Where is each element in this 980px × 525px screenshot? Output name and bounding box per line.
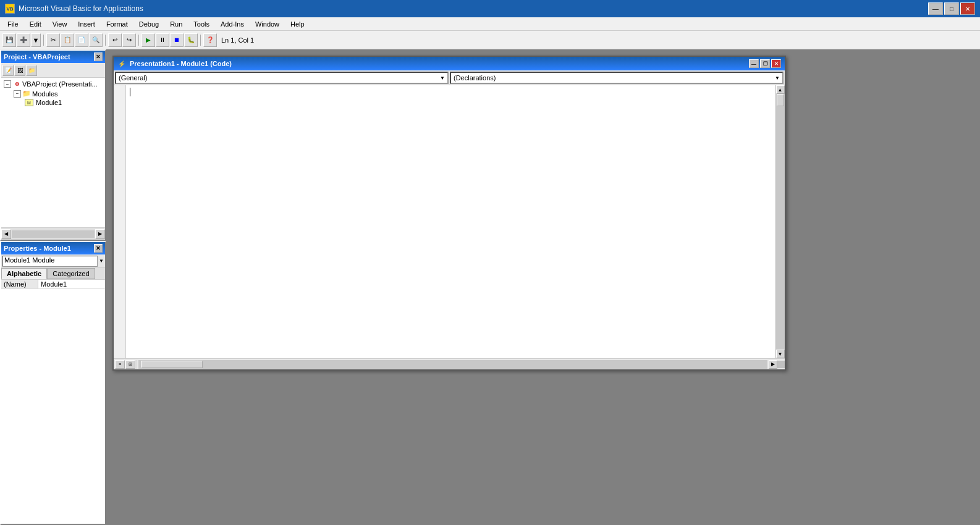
project-panel-close[interactable]: ✕ (94, 52, 103, 61)
status-position: Ln 1, Col 1 (221, 36, 254, 44)
code-dropdowns: (General) ▼ (Declarations) ▼ (114, 70, 785, 85)
tab-categorized[interactable]: Categorized (47, 268, 95, 279)
hscroll-right[interactable]: ▶ (95, 229, 105, 239)
main-area: Project - VBAProject ✕ 📝 🖼 📁 − ⚙ VBAProj… (0, 49, 980, 525)
menu-format[interactable]: Format (101, 19, 133, 29)
view-module-btn[interactable]: ⊞ (125, 360, 135, 369)
hscroll-track[interactable] (12, 230, 95, 238)
properties-panel-title: Properties - Module1 (4, 245, 71, 252)
left-panel: Project - VBAProject ✕ 📝 🖼 📁 − ⚙ VBAProj… (0, 49, 106, 525)
tree-modules-folder[interactable]: − 📁 Modules (2, 89, 104, 98)
menu-addins[interactable]: Add-Ins (216, 19, 249, 29)
toolbar-redo[interactable]: ↪ (122, 33, 136, 47)
menu-window[interactable]: Window (250, 19, 284, 29)
bottom-separator (137, 360, 137, 369)
vscroll-down[interactable]: ▼ (776, 350, 785, 358)
vbaproject-label: VBAProject (Presentati... (22, 80, 98, 88)
tree-module1[interactable]: M Module1 (2, 98, 104, 107)
project-view-code[interactable]: 📝 (2, 65, 14, 76)
prop-grid: (Name) Module1 (1, 280, 105, 524)
code-window-title-text: Presentation1 - Module1 (Code) (130, 60, 745, 67)
code-left-dropdown[interactable]: (General) ▼ (115, 72, 449, 84)
code-right-dropdown-arrow: ▼ (775, 75, 780, 81)
code-right-dropdown-value: (Declarations) (454, 74, 496, 82)
toolbar-help[interactable]: ❓ (203, 33, 217, 47)
menu-run[interactable]: Run (165, 19, 187, 29)
project-panel-header: Project - VBAProject ✕ (1, 51, 105, 63)
menu-edit[interactable]: Edit (25, 19, 46, 29)
menu-help[interactable]: Help (285, 19, 310, 29)
toolbar-dropdown[interactable]: ▼ (31, 33, 41, 47)
toolbar-copy[interactable]: 📋 (61, 33, 74, 47)
code-view-buttons: ≡ ⊞ (114, 360, 137, 369)
toolbar-add[interactable]: ➕ (17, 33, 30, 47)
code-right-dropdown[interactable]: (Declarations) ▼ (450, 72, 784, 84)
menu-insert[interactable]: Insert (73, 19, 100, 29)
toolbar-stop[interactable]: ⏹ (170, 33, 184, 47)
menu-view[interactable]: View (48, 19, 72, 29)
code-window-controls: — ❐ ✕ (749, 59, 781, 68)
code-editor-content[interactable] (126, 85, 775, 358)
properties-panel: Properties - Module1 ✕ Module1 Module ▼ … (0, 241, 106, 525)
menu-tools[interactable]: Tools (188, 19, 214, 29)
toolbar-debug[interactable]: 🐛 (184, 33, 198, 47)
expander-vbaproject[interactable]: − (4, 80, 11, 88)
vbaproject-icon: ⚙ (12, 80, 21, 88)
main-toolbar: 💾 ➕ ▼ ✂ 📋 📄 🔍 ↩ ↪ ▶ ⏸ ⏹ 🐛 ❓ Ln 1, Col 1 (0, 31, 980, 49)
maximize-button[interactable]: □ (944, 2, 959, 15)
prop-value-cell[interactable]: Module1 (38, 280, 105, 288)
code-minimize-button[interactable]: — (749, 59, 759, 68)
resize-corner (777, 361, 785, 368)
app-icon: VB (5, 4, 15, 14)
code-close-button[interactable]: ✕ (771, 59, 781, 68)
vscroll-track[interactable] (776, 94, 785, 350)
toolbar-paste[interactable]: 📄 (75, 33, 88, 47)
separator-1 (43, 35, 44, 46)
toolbar-pause[interactable]: ⏸ (156, 33, 169, 47)
prop-row-name: (Name) Module1 (1, 280, 105, 289)
project-panel: Project - VBAProject ✕ 📝 🖼 📁 − ⚙ VBAProj… (0, 49, 106, 241)
prop-object-value: Module1 Module (4, 256, 54, 264)
prop-object-select: Module1 Module ▼ (1, 254, 105, 268)
code-cursor (130, 88, 130, 96)
code-hscrollbar[interactable] (138, 360, 767, 369)
tree-vbaproject[interactable]: − ⚙ VBAProject (Presentati... (2, 79, 104, 89)
vscroll-up[interactable]: ▲ (776, 85, 785, 94)
hscroll-thumb[interactable] (141, 361, 203, 368)
prop-object-combo[interactable]: Module1 Module (2, 256, 98, 267)
code-left-dropdown-value: (General) (119, 74, 147, 82)
menu-file[interactable]: File (2, 19, 23, 29)
window-controls: — □ ✕ (928, 2, 975, 15)
toolbar-cut[interactable]: ✂ (46, 33, 60, 47)
hscroll-left[interactable]: ◀ (1, 229, 11, 239)
project-view-object[interactable]: 🖼 (14, 65, 25, 76)
project-hscroll: ◀ ▶ (1, 227, 105, 240)
project-tree: − ⚙ VBAProject (Presentati... − 📁 Module… (1, 78, 105, 227)
vscroll-thumb[interactable] (777, 94, 784, 106)
code-area: ⚡ Presentation1 - Module1 (Code) — ❐ ✕ (… (106, 49, 980, 525)
prop-object-dropdown-arrow[interactable]: ▼ (99, 258, 104, 264)
expander-modules[interactable]: − (14, 90, 21, 98)
prop-tabs: Alphabetic Categorized (1, 268, 105, 280)
toolbar-save[interactable]: 💾 (2, 33, 16, 47)
code-bottom-bar: ≡ ⊞ ▶ (114, 358, 785, 369)
menu-bar: File Edit View Insert Format Debug Run T… (0, 17, 980, 31)
code-vscrollbar: ▲ ▼ (775, 85, 785, 358)
code-window-icon: ⚡ (117, 59, 126, 68)
minimize-button[interactable]: — (928, 2, 943, 15)
separator-3 (138, 35, 139, 46)
view-procedure-btn[interactable]: ≡ (115, 360, 125, 369)
hscroll-right-btn[interactable]: ▶ (769, 360, 777, 369)
properties-panel-header: Properties - Module1 ✕ (1, 242, 105, 254)
project-toggle-folders[interactable]: 📁 (26, 65, 37, 76)
menu-debug[interactable]: Debug (134, 19, 164, 29)
toolbar-run[interactable]: ▶ (142, 33, 155, 47)
properties-panel-close[interactable]: ✕ (94, 244, 103, 253)
toolbar-find[interactable]: 🔍 (89, 33, 103, 47)
code-restore-button[interactable]: ❐ (760, 59, 770, 68)
tab-alphabetic[interactable]: Alphabetic (1, 268, 47, 279)
toolbar-undo[interactable]: ↩ (108, 33, 122, 47)
close-button[interactable]: ✕ (960, 2, 975, 15)
modules-folder-label: Modules (32, 90, 58, 98)
code-left-dropdown-arrow: ▼ (440, 75, 445, 81)
